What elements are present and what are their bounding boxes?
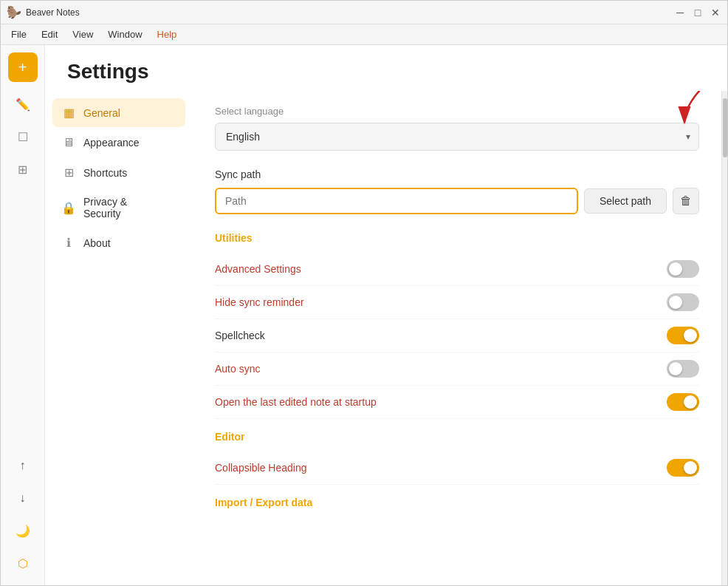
nav-sidebar: ▦ General 🖥 Appearance ⊞ Shortcuts 🔒 Pri… (45, 91, 193, 585)
setting-row-spellcheck: Spellcheck (215, 319, 699, 352)
icon-sidebar: + ✏️ ☐ ⊞ ↑ ↓ 🌙 ⬡ (1, 45, 45, 585)
general-icon: ▦ (61, 106, 76, 120)
path-input[interactable] (215, 188, 578, 214)
toggle-slider (667, 260, 699, 278)
language-section-label: Select language (215, 106, 699, 117)
auto-sync-toggle[interactable] (667, 360, 699, 378)
settings-inner: ▦ General 🖥 Appearance ⊞ Shortcuts 🔒 Pri… (45, 91, 727, 585)
about-icon: ℹ (61, 236, 76, 250)
sidebar-item-appearance[interactable]: 🖥 Appearance (52, 129, 185, 157)
open-last-note-toggle[interactable] (667, 393, 699, 411)
setting-row-auto-sync: Auto sync (215, 352, 699, 386)
trash-icon: 🗑 (680, 194, 692, 208)
menu-file[interactable]: File (4, 26, 34, 43)
app-title: Beaver Notes (26, 7, 80, 18)
add-note-button[interactable]: + (8, 52, 38, 82)
setting-row-open-last-note: Open the last edited note at startup (215, 386, 699, 419)
sidebar-item-general-label: General (83, 107, 120, 119)
maximize-button[interactable]: □ (692, 7, 704, 18)
scrollbar-thumb (723, 98, 727, 157)
editor-label: Editor (215, 431, 699, 443)
edit-icon-button[interactable]: ✏️ (8, 89, 38, 119)
sidebar-item-privacy[interactable]: 🔒 Privacy &Security (52, 188, 185, 227)
toggle-slider (667, 293, 699, 311)
toggle-slider (667, 327, 699, 344)
upload-icon: ↑ (20, 459, 26, 472)
close-button[interactable]: ✕ (710, 7, 721, 18)
export-icon-button[interactable]: ↑ (8, 451, 38, 480)
open-last-note-label: Open the last edited note at startup (215, 396, 377, 408)
toggle-slider (667, 393, 699, 411)
sync-path-section: Sync path Select path 🗑 (215, 168, 699, 214)
minimize-button[interactable]: ─ (674, 7, 686, 18)
dark-mode-button[interactable]: 🌙 (8, 516, 38, 545)
menu-view[interactable]: View (65, 26, 100, 43)
download-icon: ↓ (20, 491, 26, 505)
menu-bar: File Edit View Window Help (1, 24, 727, 45)
toggle-slider (667, 459, 699, 477)
table-icon: ⊞ (18, 163, 27, 177)
setting-row-collapsible: Collapsible Heading (215, 452, 699, 485)
hide-sync-reminder-label: Hide sync reminder (215, 296, 304, 308)
menu-help[interactable]: Help (150, 26, 185, 43)
title-bar: 🦫 Beaver Notes ─ □ ✕ (1, 1, 727, 24)
auto-sync-label: Auto sync (215, 363, 260, 375)
spellcheck-toggle[interactable] (667, 327, 699, 344)
app-icon: 🦫 (7, 5, 21, 19)
layout-icon: ☐ (18, 130, 28, 144)
delete-path-button[interactable]: 🗑 (673, 188, 699, 214)
setting-row-advanced: Advanced Settings (215, 253, 699, 286)
sidebar-item-appearance-label: Appearance (83, 137, 140, 149)
main-layout: + ✏️ ☐ ⊞ ↑ ↓ 🌙 ⬡ (1, 45, 727, 585)
settings-content: Select language English ▾ (193, 91, 721, 585)
toggle-slider (667, 360, 699, 378)
table-icon-button[interactable]: ⊞ (8, 154, 38, 184)
sidebar-item-about-label: About (83, 237, 111, 249)
sidebar-item-privacy-label: Privacy &Security (83, 196, 127, 219)
settings-icon-button[interactable]: ⬡ (8, 548, 38, 578)
collapsible-heading-label: Collapsible Heading (215, 462, 307, 474)
advanced-settings-toggle[interactable] (667, 260, 699, 278)
settings-wrapper: Settings ▦ General 🖥 Appearance ⊞ Shortc… (45, 45, 727, 585)
app-window: 🦫 Beaver Notes ─ □ ✕ File Edit View Wind… (0, 0, 728, 586)
advanced-settings-label: Advanced Settings (215, 263, 301, 275)
menu-edit[interactable]: Edit (34, 26, 65, 43)
sidebar-item-about[interactable]: ℹ About (52, 228, 185, 257)
sidebar-item-shortcuts-label: Shortcuts (83, 167, 127, 179)
menu-window[interactable]: Window (100, 26, 149, 43)
pencil-icon: ✏️ (16, 98, 30, 112)
sync-path-row: Select path 🗑 (215, 188, 699, 214)
spellcheck-label: Spellcheck (215, 330, 265, 341)
import-export-label: Import / Export data (215, 497, 699, 508)
language-select[interactable]: English (215, 123, 699, 151)
sync-path-label: Sync path (215, 168, 699, 180)
import-icon-button[interactable]: ↓ (8, 483, 38, 513)
hexagon-icon: ⬡ (18, 556, 28, 570)
setting-row-sync-reminder: Hide sync reminder (215, 286, 699, 319)
moon-icon: 🌙 (16, 524, 30, 538)
window-controls: ─ □ ✕ (674, 7, 721, 18)
collapsible-heading-toggle[interactable] (667, 459, 699, 477)
language-select-wrapper: English ▾ (215, 123, 699, 151)
settings-title: Settings (45, 45, 727, 91)
shortcuts-icon: ⊞ (61, 166, 76, 180)
layout-icon-button[interactable]: ☐ (8, 122, 38, 151)
appearance-icon: 🖥 (61, 136, 76, 149)
privacy-icon: 🔒 (61, 201, 76, 215)
sidebar-item-general[interactable]: ▦ General (52, 98, 185, 127)
title-bar-left: 🦫 Beaver Notes (7, 5, 80, 19)
select-path-button[interactable]: Select path (584, 188, 667, 214)
utilities-label: Utilities (215, 232, 699, 244)
sidebar-item-shortcuts[interactable]: ⊞ Shortcuts (52, 158, 185, 187)
scrollbar[interactable] (721, 91, 727, 585)
hide-sync-reminder-toggle[interactable] (667, 293, 699, 311)
